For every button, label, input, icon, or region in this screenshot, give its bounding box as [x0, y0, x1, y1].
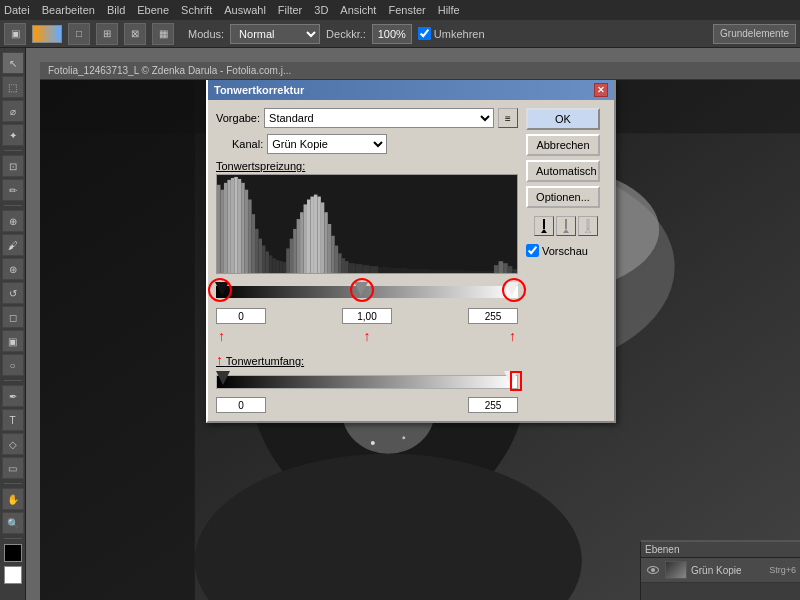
umkehren-label[interactable]: Umkehren — [418, 27, 485, 40]
layers-title: Ebenen — [645, 544, 679, 555]
eyedropper-row — [526, 216, 606, 236]
hand-tool[interactable]: ✋ — [2, 488, 24, 510]
svg-rect-72 — [390, 268, 407, 273]
magic-wand-tool[interactable]: ✦ — [2, 124, 24, 146]
eyedropper-black-icon — [537, 219, 551, 233]
text-tool[interactable]: T — [2, 409, 24, 431]
output-gradient-bar — [216, 375, 518, 389]
svg-marker-84 — [563, 229, 569, 233]
canvas-tab[interactable]: Fotolia_12463713_L © Zdenka Darula - Fot… — [40, 62, 800, 80]
opacity-input[interactable] — [372, 24, 412, 44]
main-area: ↖ ⬚ ⌀ ✦ ⊡ ✏ ⊕ 🖌 ⊛ ↺ ◻ ▣ ○ ✒ T ◇ ▭ ✋ 🔍 — [0, 48, 800, 600]
menu-filter[interactable]: Filter — [278, 4, 302, 16]
svg-rect-73 — [407, 269, 430, 273]
gradient-tool[interactable]: ▣ — [2, 330, 24, 352]
input-value-row — [216, 308, 518, 324]
mode-select[interactable]: Normal — [230, 24, 320, 44]
eyedropper-tool[interactable]: ✏ — [2, 179, 24, 201]
svg-rect-79 — [508, 266, 513, 273]
cancel-button[interactable]: Abbrechen — [526, 134, 600, 156]
layer-visibility-icon[interactable] — [645, 562, 661, 578]
svg-rect-85 — [587, 219, 589, 229]
input-slider-area — [216, 278, 518, 306]
eyedropper-black-button[interactable] — [534, 216, 554, 236]
output-black-handle[interactable] — [216, 371, 230, 385]
output-white-value[interactable] — [468, 397, 518, 413]
vorgabe-select[interactable]: Standard — [264, 108, 494, 128]
menu-bearbeiten[interactable]: Bearbeiten — [42, 4, 95, 16]
opacity-label: Deckkr.: — [326, 28, 366, 40]
dialog-left: Vorgabe: Standard ≡ Kanal: Grün Kopie — [216, 108, 518, 413]
menu-ansicht[interactable]: Ansicht — [340, 4, 376, 16]
heal-tool[interactable]: ⊕ — [2, 210, 24, 232]
brush-mode-icon[interactable]: □ — [68, 23, 90, 45]
umkehren-checkbox[interactable] — [418, 27, 431, 40]
brush-mode2-icon[interactable]: ⊞ — [96, 23, 118, 45]
preset-menu-button[interactable]: ≡ — [498, 108, 518, 128]
brush-tool[interactable]: 🖌 — [2, 234, 24, 256]
clone-tool[interactable]: ⊛ — [2, 258, 24, 280]
red-arrow-right: ↑ — [509, 328, 516, 344]
menu-fenster[interactable]: Fenster — [388, 4, 425, 16]
input-mid-value[interactable] — [342, 308, 392, 324]
move-tool[interactable]: ↖ — [2, 52, 24, 74]
crop-tool[interactable]: ⊡ — [2, 155, 24, 177]
pen-tool[interactable]: ✒ — [2, 385, 24, 407]
zoom-tool[interactable]: 🔍 — [2, 512, 24, 534]
input-mid-handle[interactable] — [354, 282, 368, 296]
input-white-value[interactable] — [468, 308, 518, 324]
svg-rect-70 — [369, 266, 378, 273]
eyedropper-white-button[interactable] — [578, 216, 598, 236]
history-brush-tool[interactable]: ↺ — [2, 282, 24, 304]
vorschau-checkbox[interactable] — [526, 244, 539, 257]
toolbox: ↖ ⬚ ⌀ ✦ ⊡ ✏ ⊕ 🖌 ⊛ ↺ ◻ ▣ ○ ✒ T ◇ ▭ ✋ 🔍 — [0, 48, 26, 600]
brush-mode4-icon[interactable]: ▦ — [152, 23, 174, 45]
menu-schrift[interactable]: Schrift — [181, 4, 212, 16]
dodge-tool[interactable]: ○ — [2, 354, 24, 376]
output-section-label: ↑ Tonwertumfang: — [216, 352, 518, 368]
tool-option-icon[interactable]: ▣ — [4, 23, 26, 45]
svg-rect-78 — [503, 263, 508, 273]
input-black-value[interactable] — [216, 308, 266, 324]
foreground-color[interactable] — [4, 544, 22, 562]
menu-auswahl[interactable]: Auswahl — [224, 4, 266, 16]
ok-button[interactable]: OK — [526, 108, 600, 130]
menu-3d[interactable]: 3D — [314, 4, 328, 16]
tool-divider-5 — [4, 538, 22, 539]
menu-bild[interactable]: Bild — [107, 4, 125, 16]
tone-dialog: Tonwertkorrektur ✕ Vorgabe: Standard ≡ — [206, 78, 616, 423]
eyedropper-gray-button[interactable] — [556, 216, 576, 236]
background-color[interactable] — [4, 566, 22, 584]
layers-header: Ebenen — [641, 542, 800, 558]
svg-rect-71 — [379, 267, 391, 273]
tool-divider-4 — [4, 483, 22, 484]
eraser-tool[interactable]: ◻ — [2, 306, 24, 328]
dialog-close-button[interactable]: ✕ — [594, 83, 608, 97]
path-tool[interactable]: ◇ — [2, 433, 24, 455]
output-section: ↑ Tonwertumfang: — [216, 352, 518, 413]
layer-name: Grün Kopie — [691, 565, 742, 576]
kanal-icon — [216, 138, 228, 150]
menu-hilfe[interactable]: Hilfe — [438, 4, 460, 16]
dialog-titlebar: Tonwertkorrektur ✕ — [208, 80, 614, 100]
brush-mode3-icon[interactable]: ⊠ — [124, 23, 146, 45]
output-black-value[interactable] — [216, 397, 266, 413]
input-white-handle[interactable] — [505, 282, 519, 296]
menu-ebene[interactable]: Ebene — [137, 4, 169, 16]
auto-button[interactable]: Automatisch — [526, 160, 600, 182]
output-slider-area — [216, 371, 518, 395]
grundelemente-button[interactable]: Grundelemente — [713, 24, 796, 44]
kanal-select[interactable]: Grün Kopie — [267, 134, 387, 154]
marquee-tool[interactable]: ⬚ — [2, 76, 24, 98]
svg-rect-77 — [499, 261, 504, 273]
dialog-title: Tonwertkorrektur — [214, 84, 304, 96]
layer-item-gruen-kopie[interactable]: Grün Kopie Strg+6 — [641, 558, 800, 583]
output-white-handle[interactable] — [504, 371, 518, 385]
svg-rect-80 — [512, 269, 517, 273]
menu-datei[interactable]: Datei — [4, 4, 30, 16]
output-label-text: ↑ Tonwertumfang: — [216, 355, 304, 367]
shape-tool[interactable]: ▭ — [2, 457, 24, 479]
input-black-handle[interactable] — [215, 282, 229, 296]
options-button[interactable]: Optionen... — [526, 186, 600, 208]
lasso-tool[interactable]: ⌀ — [2, 100, 24, 122]
